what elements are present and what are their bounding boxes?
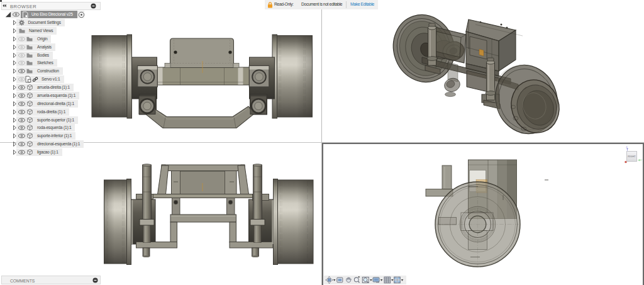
svg-text:Y: Y [641, 159, 643, 162]
